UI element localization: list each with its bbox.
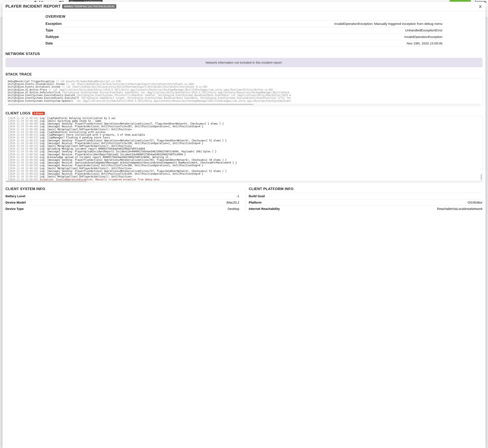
overview-row: DateNov 19th, 2020 15:09:05 xyxy=(46,40,242,47)
stack-trace-heading: STACK TRACE xyxy=(6,72,242,77)
info-value: iMac20,2 xyxy=(226,201,239,204)
info-label: Device Model xyxy=(6,201,26,204)
client-logs-heading: CLIENT LOGS xyxy=(6,111,31,115)
modal-title: PLAYER INCIDENT REPORT xyxy=(6,4,60,9)
overview-row: SubtypeInvalidOperationException xyxy=(46,33,242,40)
client-logs-content[interactable]: [2020-11-19 15:08:48] Log: [iapFakeStore… xyxy=(6,116,242,181)
client-logs-section: CLIENT LOGS 1 Errors [2020-11-19 15:08:4… xyxy=(6,111,242,182)
client-system-info-section: CLIENT SYSTEM INFO Battery Level-1Device… xyxy=(6,187,239,212)
client-log-line: [2020-11-19 15:09:05] Exception: Invalid… xyxy=(8,178,242,181)
info-row: Device ModeliMac20,2 xyxy=(6,199,239,206)
overview-label: Date xyxy=(46,41,53,45)
incident-id-chip: 00000175E09F6AC181785C8423228281 xyxy=(62,4,116,9)
modal-body: OVERVIEW ExceptionInvalidOperationExcept… xyxy=(2,11,242,218)
info-label: Device Type xyxy=(6,207,24,210)
overview-label: Exception xyxy=(46,22,62,26)
client-system-info-heading: CLIENT SYSTEM INFO xyxy=(6,187,239,191)
client-logs-hscrollbar[interactable] xyxy=(6,181,242,182)
incident-report-modal: PLAYER INCIDENT REPORT 00000175E09F6AC18… xyxy=(2,2,242,222)
overview-row: ExceptionInvalidOperationException: Manu… xyxy=(46,20,242,27)
client-logs-errors-badge: 1 Errors xyxy=(32,112,45,115)
info-columns: CLIENT SYSTEM INFO Battery Level-1Device… xyxy=(6,186,242,218)
client-logs-box: [2020-11-19 15:08:48] Log: [iapFakeStore… xyxy=(6,116,242,182)
stack-trace-section: STACK TRACE DebugMenuScript.TriggerExcep… xyxy=(6,72,242,106)
info-row: Device TypeDesktop xyxy=(6,206,239,212)
info-value: Desktop xyxy=(228,207,239,210)
network-status-heading: NETWORK STATUS xyxy=(6,52,242,56)
overview-label: Type xyxy=(46,28,53,32)
overview-heading: OVERVIEW xyxy=(46,15,242,19)
network-status-banner: Network information not included in this… xyxy=(6,58,242,67)
network-status-section: NETWORK STATUS Network information not i… xyxy=(6,52,242,67)
overview-label: Subtype xyxy=(46,35,59,39)
stack-trace-box: DebugMenuScript.TriggerException () (at … xyxy=(6,78,242,106)
info-value: -1 xyxy=(236,194,239,198)
modal-header: PLAYER INCIDENT REPORT 00000175E09F6AC18… xyxy=(2,2,242,11)
stack-trace-scrollbar[interactable] xyxy=(8,104,242,105)
overview-section: OVERVIEW ExceptionInvalidOperationExcept… xyxy=(6,15,242,52)
stack-trace-line: UnityEngine.EventSystems.EventSystem:Upd… xyxy=(8,100,242,102)
stack-trace-content[interactable]: DebugMenuScript.TriggerException () (at … xyxy=(8,80,242,104)
overview-row: TypeUnhandledExceptionError xyxy=(46,27,242,33)
info-row: Battery Level-1 xyxy=(6,193,239,199)
info-label: Battery Level xyxy=(6,194,25,198)
